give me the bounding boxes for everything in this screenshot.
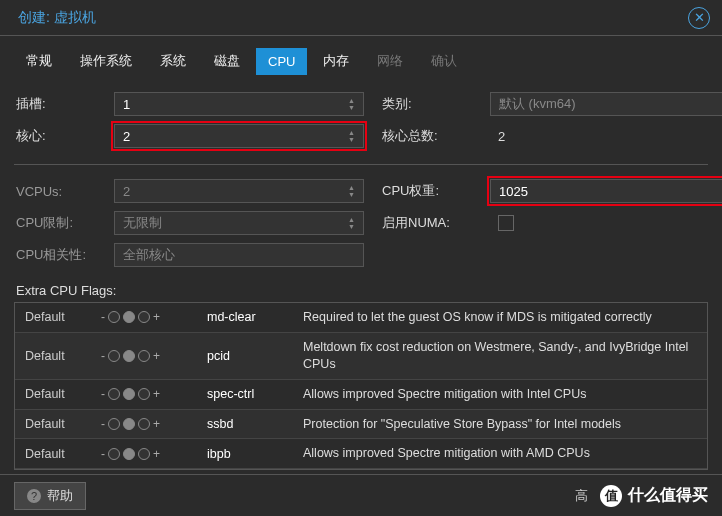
- flag-name: md-clear: [207, 310, 297, 324]
- flag-tristate[interactable]: -+: [101, 349, 201, 363]
- flag-tristate[interactable]: -+: [101, 447, 201, 461]
- type-select[interactable]: 默认 (kvm64) ▽: [490, 92, 722, 116]
- tab-disk[interactable]: 磁盘: [202, 46, 252, 76]
- flag-desc: Meltdown fix cost reduction on Westmere,…: [303, 339, 697, 373]
- tab-system[interactable]: 系统: [148, 46, 198, 76]
- total-cores-label: 核心总数:: [382, 127, 472, 145]
- flag-desc: Allows improved Spectre mitigation with …: [303, 386, 697, 403]
- slots-spinner[interactable]: 1 ▲▼: [114, 92, 364, 116]
- spinner-handle-icon[interactable]: ▲▼: [348, 129, 355, 143]
- flag-row: Default -+ ssbd Protection for "Speculat…: [15, 410, 707, 440]
- spinner-handle-icon[interactable]: ▲▼: [348, 97, 355, 111]
- dialog-title: 创建: 虚拟机: [18, 9, 96, 27]
- flag-desc: Protection for "Speculative Store Bypass…: [303, 416, 697, 433]
- flag-default-label: Default: [25, 310, 95, 324]
- limit-spinner[interactable]: 无限制 ▲▼: [114, 211, 364, 235]
- cores-label: 核心:: [16, 127, 96, 145]
- tab-network: 网络: [365, 46, 415, 76]
- tab-memory[interactable]: 内存: [311, 46, 361, 76]
- cores-spinner[interactable]: 2 ▲▼: [114, 124, 364, 148]
- slots-label: 插槽:: [16, 95, 96, 113]
- affinity-input[interactable]: 全部核心: [114, 243, 364, 267]
- help-icon: ?: [27, 489, 41, 503]
- vcpus-spinner[interactable]: 2 ▲▼: [114, 179, 364, 203]
- flag-tristate[interactable]: -+: [101, 387, 201, 401]
- numa-checkbox[interactable]: [498, 215, 514, 231]
- flag-default-label: Default: [25, 349, 95, 363]
- vcpus-label: VCPUs:: [16, 184, 96, 199]
- flag-name: spec-ctrl: [207, 387, 297, 401]
- watermark-icon: 值: [600, 485, 622, 507]
- advanced-label: 高: [575, 487, 588, 505]
- flag-desc: Required to let the guest OS know if MDS…: [303, 309, 697, 326]
- flag-row: Default -+ md-clear Required to let the …: [15, 303, 707, 333]
- flags-table: Default -+ md-clear Required to let the …: [14, 302, 708, 470]
- spinner-handle-icon[interactable]: ▲▼: [348, 184, 355, 198]
- type-label: 类别:: [382, 95, 472, 113]
- tab-os[interactable]: 操作系统: [68, 46, 144, 76]
- weight-label: CPU权重:: [382, 182, 472, 200]
- flags-header: Extra CPU Flags:: [16, 283, 708, 298]
- help-button[interactable]: ? 帮助: [14, 482, 86, 510]
- limit-label: CPU限制:: [16, 214, 96, 232]
- tab-cpu[interactable]: CPU: [256, 48, 307, 75]
- flag-row: Default -+ pcid Meltdown fix cost reduct…: [15, 333, 707, 380]
- affinity-label: CPU相关性:: [16, 246, 96, 264]
- numa-label: 启用NUMA:: [382, 214, 472, 232]
- tab-general[interactable]: 常规: [14, 46, 64, 76]
- flag-tristate[interactable]: -+: [101, 417, 201, 431]
- flag-row: Default -+ spec-ctrl Allows improved Spe…: [15, 380, 707, 410]
- weight-spinner[interactable]: 1025 ▲▼: [490, 179, 722, 203]
- tab-confirm: 确认: [419, 46, 469, 76]
- flag-default-label: Default: [25, 417, 95, 431]
- watermark: 值 什么值得买: [600, 485, 708, 507]
- tab-bar: 常规 操作系统 系统 磁盘 CPU 内存 网络 确认: [0, 36, 722, 82]
- flag-name: ssbd: [207, 417, 297, 431]
- flag-row: Default -+ ibpb Allows improved Spectre …: [15, 439, 707, 469]
- flag-tristate[interactable]: -+: [101, 310, 201, 324]
- total-cores-value: 2: [490, 129, 722, 144]
- flag-name: ibpb: [207, 447, 297, 461]
- close-icon[interactable]: ✕: [688, 7, 710, 29]
- flag-default-label: Default: [25, 387, 95, 401]
- flag-default-label: Default: [25, 447, 95, 461]
- flag-desc: Allows improved Spectre mitigation with …: [303, 445, 697, 462]
- flag-name: pcid: [207, 349, 297, 363]
- spinner-handle-icon[interactable]: ▲▼: [348, 216, 355, 230]
